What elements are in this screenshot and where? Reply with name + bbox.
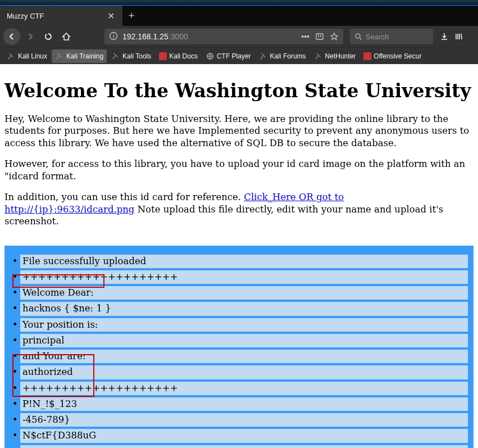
pin-icon [55, 52, 64, 61]
downloads-icon[interactable] [440, 32, 449, 41]
list-item: principal [20, 334, 468, 347]
list-item: ++++++++++++++++++++ [20, 270, 468, 284]
list-item: Your position is: [20, 318, 468, 332]
list-item: File successfully uploaded [20, 255, 468, 268]
browser-tab[interactable]: Muzzy CTF ✕ [0, 6, 122, 26]
reload-icon [44, 32, 53, 41]
doc-icon [159, 52, 167, 60]
home-button[interactable] [58, 29, 74, 44]
bookmark-kali-training[interactable]: Kali Training [52, 49, 107, 63]
ellipsis-icon[interactable]: ••• [301, 32, 309, 41]
bookmark-kali-linux[interactable]: Kali Linux [3, 49, 51, 63]
shield-icon [363, 52, 371, 60]
back-button[interactable] [3, 28, 20, 45]
result-list: File successfully uploaded +++++++++++++… [10, 255, 468, 449]
list-item: hacknos { $ne: 1 } [20, 302, 468, 315]
bookmark-nethunter[interactable]: NetHunter [311, 49, 359, 63]
page-content: Welcome To the Washington State Universi… [0, 64, 478, 448]
bookmark-kali-docs[interactable]: Kali Docs [156, 50, 201, 62]
tab-title: Muzzy CTF [7, 12, 44, 20]
list-item: P!N_!$_123 [20, 397, 468, 411]
pin-icon [111, 52, 120, 61]
list-item: authorized [20, 365, 468, 379]
page-heading: Welcome To the Washington State Universi… [4, 80, 474, 102]
pin-icon [314, 52, 323, 61]
bookmark-kali-tools[interactable]: Kali Tools [108, 49, 154, 63]
bookmark-offensive-security[interactable]: Offensive Secur [360, 50, 425, 62]
reader-icon[interactable] [315, 32, 324, 41]
pin-icon [259, 52, 268, 61]
list-item: -456-789} [20, 413, 468, 427]
bookmark-kali-forums[interactable]: Kali Forums [256, 49, 309, 63]
new-tab-button[interactable]: + [122, 7, 140, 25]
bookmark-ctf-player[interactable]: CTF Player [202, 49, 254, 63]
svg-rect-2 [316, 34, 323, 39]
window-title-bar [0, 0, 478, 6]
svg-text:i: i [113, 33, 114, 39]
tab-bar: Muzzy CTF ✕ + [0, 6, 478, 26]
nav-toolbar: i 192.168.1.25:3000 ••• Search [0, 26, 478, 47]
home-icon [62, 32, 71, 41]
forward-button[interactable] [22, 29, 38, 44]
bookmark-star-icon[interactable] [330, 32, 339, 41]
search-placeholder: Search [366, 33, 389, 41]
close-tab-icon[interactable]: ✕ [106, 11, 116, 21]
bookmarks-toolbar: Kali Linux Kali Training Kali Tools Kali… [0, 47, 478, 64]
url-bar[interactable]: i 192.168.1.25:3000 ••• [104, 29, 343, 44]
library-icon[interactable] [454, 32, 463, 41]
list-item: Welcome Dear: [20, 286, 468, 300]
list-item: N$ctF{D388uG [20, 429, 468, 442]
intro-paragraph-1: Hey, Welcome to Washington State Univers… [4, 113, 474, 149]
search-icon [354, 33, 362, 40]
forward-icon [26, 32, 35, 41]
url-text: 192.168.1.25:3000 [122, 32, 297, 41]
list-item: ++++++++++++++++++++ [20, 445, 468, 448]
search-box[interactable]: Search [350, 29, 433, 44]
intro-paragraph-2: However, for access to this library, you… [4, 158, 474, 182]
back-icon [7, 32, 16, 41]
list-item: ++++++++++++++++++++ [20, 382, 468, 395]
reload-button[interactable] [40, 29, 56, 44]
list-item: and Your are: [20, 350, 468, 363]
result-box: File successfully uploaded +++++++++++++… [4, 246, 474, 449]
svg-point-3 [356, 34, 360, 38]
pin-icon [7, 52, 16, 61]
site-info-icon[interactable]: i [109, 31, 118, 42]
intro-paragraph-3: In addition, you can use this id card fo… [4, 191, 474, 227]
globe-icon [206, 52, 215, 61]
